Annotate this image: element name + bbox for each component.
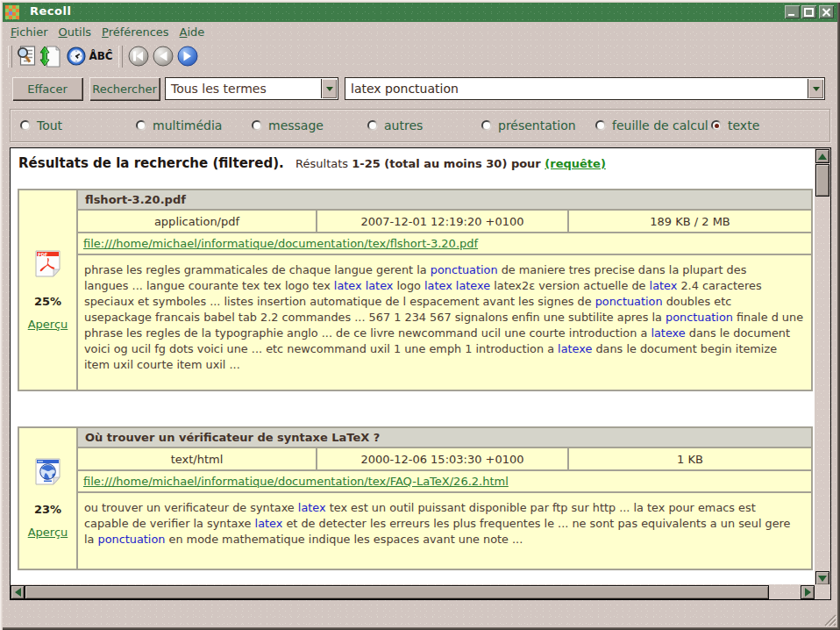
result-1-url-link[interactable]: file:///home/michael/informatique/docume…: [83, 237, 478, 250]
result-2-relevance: 23%: [34, 503, 61, 516]
previous-page-icon: [153, 46, 174, 67]
menu-fichier[interactable]: Fichier: [5, 24, 53, 40]
results-title: Résultats de la recherche (filtered).: [18, 155, 284, 171]
term-explorer-button[interactable]: ÅBĈ: [89, 45, 112, 68]
result-1-relevance: 25%: [34, 295, 61, 308]
menu-aide[interactable]: Aide: [174, 24, 210, 40]
scroll-up-button[interactable]: [815, 149, 829, 163]
query-dropdown-arrow[interactable]: [808, 79, 823, 98]
results-header: Résultats de la recherche (filtered). Ré…: [18, 154, 606, 171]
filter-multimedia[interactable]: multimédia: [136, 118, 222, 132]
recoll-app-icon: [5, 5, 19, 19]
result-1-size: 189 KB / 2 MB: [569, 211, 811, 232]
scrollbar-corner: [815, 584, 830, 599]
result-2-url-link[interactable]: file:///home/michael/informatique/docume…: [83, 475, 509, 488]
next-page-icon: [177, 46, 198, 67]
scroll-down-button[interactable]: [815, 571, 829, 585]
html-document-icon: [35, 458, 61, 489]
horizontal-scrollbar[interactable]: [11, 584, 815, 599]
result-2-preview-link[interactable]: Aperçu: [28, 526, 68, 539]
close-button[interactable]: [819, 5, 834, 18]
result-2-size: 1 KB: [569, 448, 811, 469]
vertical-scroll-thumb[interactable]: [815, 164, 829, 197]
results-list[interactable]: Résultats de la recherche (filtered). Ré…: [11, 148, 815, 585]
first-page-icon: [128, 46, 149, 67]
results-area: Résultats de la recherche (filtered). Ré…: [10, 147, 831, 600]
filter-texte[interactable]: texte: [711, 118, 759, 132]
result-1-mime: application/pdf: [78, 211, 317, 232]
next-page-button[interactable]: [176, 45, 198, 68]
result-2-filename: Où trouver un vérificateur de syntaxe La…: [78, 428, 811, 448]
sort-arrows-document-icon: [39, 46, 61, 68]
window-titlebar[interactable]: Recoll: [3, 3, 837, 22]
search-button[interactable]: Rechercher: [89, 77, 160, 100]
result-item-1: PDF 25% Aperçu flshort-3.20.pdf applicat…: [18, 189, 813, 391]
result-1-side: PDF 25% Aperçu: [19, 190, 78, 390]
filter-tout[interactable]: Tout: [20, 118, 62, 132]
show-query-detail-button[interactable]: [16, 45, 37, 68]
toolbar: ÅBĈ: [3, 42, 837, 71]
sort-by-dates-button[interactable]: [66, 45, 87, 68]
recoll-window: Recoll Fichier Outils Préférences Aide: [0, 0, 840, 630]
clear-button[interactable]: Effacer: [12, 77, 82, 100]
first-page-button[interactable]: [127, 45, 149, 68]
vertical-scrollbar[interactable]: [815, 148, 830, 586]
toolbar-handle-2[interactable]: [118, 46, 123, 68]
window-title: Recoll: [30, 4, 71, 18]
filter-presentation[interactable]: présentation: [481, 118, 576, 132]
result-1-date: 2007-12-01 12:19:20 +0100: [317, 211, 569, 232]
filter-message[interactable]: message: [252, 118, 324, 132]
scroll-left-button[interactable]: [11, 585, 25, 599]
result-2-side: 23% Aperçu: [19, 428, 78, 569]
horizontal-scroll-thumb[interactable]: [25, 585, 769, 599]
search-row: Effacer Rechercher Tous les termes latex…: [0, 77, 840, 101]
previous-page-button[interactable]: [152, 45, 174, 68]
result-2-date: 2000-12-06 15:03:30 +0100: [317, 448, 569, 469]
result-2-mime: text/html: [78, 448, 317, 469]
result-1-preview-link[interactable]: Aperçu: [28, 318, 68, 331]
svg-text:PDF: PDF: [38, 251, 47, 256]
filter-feuille-de-calcul[interactable]: feuille de calcul: [595, 118, 708, 132]
filter-autres[interactable]: autres: [367, 118, 423, 132]
result-2-abstract: ou trouver un verificateur de syntaxe la…: [78, 493, 811, 548]
search-query-combobox[interactable]: latex ponctuation: [345, 77, 825, 100]
category-filter-frame: Tout multimédia message autres présentat…: [10, 109, 830, 142]
combo-dropdown-arrow[interactable]: [321, 79, 337, 98]
resize-grip-icon[interactable]: [821, 611, 836, 626]
menu-preferences[interactable]: Préférences: [96, 24, 174, 40]
result-1-abstract: phrase les regles grammaticales de chaqu…: [78, 255, 811, 373]
results-count: Résultats 1-25 (total au moins 30) pour …: [288, 157, 606, 170]
toolbar-handle[interactable]: [8, 46, 12, 68]
minimize-button[interactable]: [785, 5, 800, 18]
sort-by-relevance-button[interactable]: [39, 45, 61, 68]
scroll-right-button[interactable]: [801, 585, 815, 599]
menu-bar: Fichier Outils Préférences Aide: [3, 22, 837, 42]
result-item-2: 23% Aperçu Où trouver un vérificateur de…: [18, 426, 813, 570]
maximize-button[interactable]: [801, 5, 816, 18]
search-mode-combobox[interactable]: Tous les termes: [165, 77, 338, 100]
clock-icon: [67, 47, 86, 66]
document-magnifier-icon: [17, 46, 37, 68]
menu-outils[interactable]: Outils: [53, 24, 97, 40]
pdf-document-icon: PDF: [35, 250, 61, 281]
result-1-filename: flshort-3.20.pdf: [78, 190, 811, 211]
